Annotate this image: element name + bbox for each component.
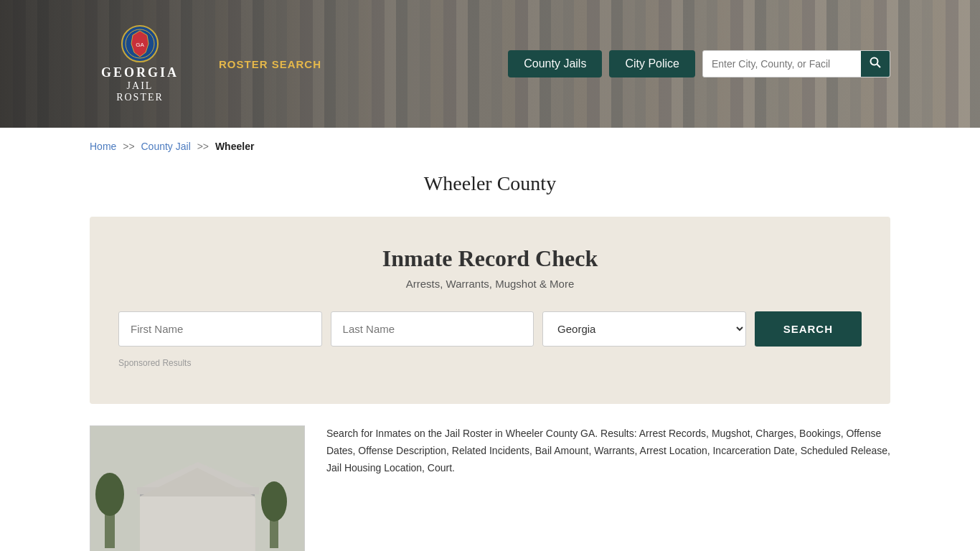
last-name-input[interactable] <box>331 311 534 347</box>
svg-point-4 <box>871 58 878 65</box>
inmate-search-card: Inmate Record Check Arrests, Warrants, M… <box>90 217 890 404</box>
svg-rect-12 <box>151 491 160 551</box>
state-select[interactable]: Georgia Alabama Florida Tennessee <box>542 311 746 347</box>
svg-rect-11 <box>141 498 255 551</box>
county-jails-button[interactable]: County Jails <box>508 50 602 77</box>
header-search-input[interactable] <box>703 52 861 75</box>
svg-text:GA: GA <box>136 42 144 48</box>
site-header: GA GEORGIA JAIL ROSTER ROSTER SEARCH Cou… <box>0 0 980 128</box>
svg-text:WHEELER COUNTY COURT: WHEELER COUNTY COURT <box>160 513 236 519</box>
georgia-seal-icon: GA <box>121 25 159 62</box>
page-title-area: Wheeler County <box>0 159 980 217</box>
main-nav: ROSTER SEARCH <box>219 58 479 70</box>
bottom-description: Search for Inmates on the Jail Roster in… <box>326 425 890 476</box>
logo-text-roster: ROSTER <box>116 92 164 103</box>
page-title: Wheeler County <box>0 172 980 195</box>
breadcrumb-county-jail[interactable]: County Jail <box>141 141 191 152</box>
header-search-button[interactable] <box>861 51 890 77</box>
courthouse-illustration: WHEELER COUNTY COURT <box>90 426 305 551</box>
inmate-search-form: Georgia Alabama Florida Tennessee SEARCH <box>118 311 862 347</box>
svg-rect-24 <box>155 509 241 522</box>
breadcrumb: Home >> County Jail >> Wheeler <box>90 141 890 152</box>
svg-rect-19 <box>137 487 259 494</box>
svg-point-10 <box>261 481 287 522</box>
city-police-button[interactable]: City Police <box>609 50 695 77</box>
svg-point-8 <box>95 473 124 516</box>
svg-rect-16 <box>217 491 226 551</box>
roster-search-link[interactable]: ROSTER SEARCH <box>219 58 321 70</box>
first-name-input[interactable] <box>118 311 322 347</box>
breadcrumb-current: Wheeler <box>215 141 254 152</box>
search-card-title: Inmate Record Check <box>382 245 598 272</box>
logo-text-georgia: GEORGIA <box>101 65 179 80</box>
bottom-section: WHEELER COUNTY COURT Search for Inmates … <box>90 425 890 551</box>
search-icon <box>870 57 881 68</box>
inmate-search-button[interactable]: SEARCH <box>755 311 862 347</box>
right-nav: County Jails City Police <box>508 50 890 77</box>
svg-rect-23 <box>187 523 209 551</box>
svg-line-5 <box>877 65 881 68</box>
svg-rect-15 <box>201 491 209 551</box>
svg-rect-14 <box>184 491 193 551</box>
svg-rect-13 <box>168 491 176 551</box>
logo-text-jail: JAIL <box>127 80 154 92</box>
search-card-subtitle: Arrests, Warrants, Mugshot & More <box>406 278 575 290</box>
breadcrumb-home[interactable]: Home <box>90 141 116 152</box>
breadcrumb-sep-1: >> <box>123 141 134 152</box>
site-logo: GA GEORGIA JAIL ROSTER <box>90 25 190 103</box>
breadcrumb-area: Home >> County Jail >> Wheeler <box>0 128 980 159</box>
header-search-bar <box>702 50 890 77</box>
courthouse-image: WHEELER COUNTY COURT <box>90 425 305 551</box>
svg-rect-17 <box>234 491 242 551</box>
sponsored-results-label: Sponsored Results <box>118 358 862 368</box>
breadcrumb-sep-2: >> <box>197 141 209 152</box>
